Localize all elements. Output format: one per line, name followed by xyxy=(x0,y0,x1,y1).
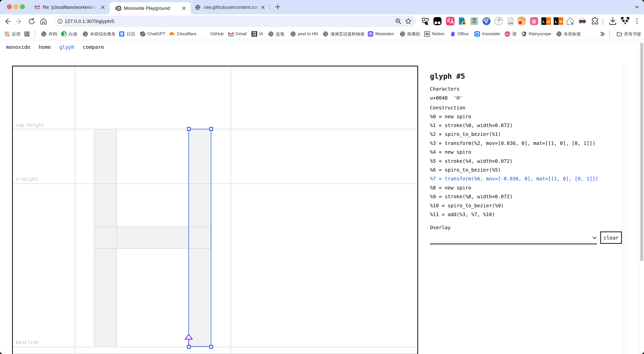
window-scrollbar-thumb[interactable] xyxy=(640,43,643,261)
ext-reader-icon[interactable] xyxy=(517,16,526,26)
bookmark-label: post to HN xyxy=(298,31,318,36)
bookmark-item[interactable]: 萌番组 xyxy=(399,28,420,40)
bookmark-star-icon[interactable] xyxy=(405,17,412,25)
ext-vimium-icon[interactable] xyxy=(482,16,491,26)
ext-lh2-icon[interactable]: LH xyxy=(554,16,563,26)
menu-kebab-icon[interactable] xyxy=(632,16,642,26)
forward-button[interactable] xyxy=(14,14,24,28)
ext-lh-icon[interactable]: LH xyxy=(541,16,551,26)
bookmark-label: GitHub xyxy=(210,31,224,36)
selection-handle-br[interactable] xyxy=(209,345,213,349)
ext-b-icon[interactable]: B xyxy=(529,16,539,26)
ext-translate-icon[interactable] xyxy=(446,16,455,26)
bookmark-label: ChatGPT xyxy=(147,31,165,36)
bookmark-item[interactable] xyxy=(24,28,30,40)
extensions-puzzle-icon[interactable] xyxy=(590,16,600,26)
mastodon-icon xyxy=(368,31,374,37)
overlay-clear-button[interactable]: clear xyxy=(600,231,622,244)
omnibox[interactable]: 127.0.0.1:3070/glyph/5 xyxy=(54,16,416,27)
bookmark-item[interactable]: Inoreader xyxy=(474,28,500,40)
glyph-canvas[interactable]: cap-height x-height baseline xyxy=(12,66,418,354)
ext-qr-icon[interactable] xyxy=(421,16,430,26)
home-button[interactable] xyxy=(39,14,48,28)
bookmark-item[interactable]: 白描 xyxy=(61,28,77,40)
ext-s-icon[interactable] xyxy=(469,16,479,26)
tab-raw-githubusercontent[interactable]: raw.githubusercontent.com/b xyxy=(193,0,268,14)
ext-mask-icon[interactable] xyxy=(578,16,587,26)
selection-handle-tl[interactable] xyxy=(187,127,191,131)
url-text[interactable]: 127.0.0.1:3070/glyph/5 xyxy=(65,16,114,27)
glyph-left-stem[interactable] xyxy=(94,129,117,347)
ext-home-badge-icon[interactable]: 0 xyxy=(566,16,575,26)
macos-close-button[interactable] xyxy=(7,4,12,9)
tab-close-icon[interactable] xyxy=(181,5,187,12)
ext-singlefile-icon[interactable] xyxy=(457,16,467,26)
bookmark-item[interactable]: 存档 xyxy=(41,28,57,40)
bookmarks-bar: 应用 存档 白描 本研综合教务 17日历 ChatGPT Cloudflare xyxy=(0,28,644,40)
osu-icon: osu! xyxy=(504,31,510,37)
macos-minimize-button[interactable] xyxy=(13,4,18,9)
grid-x-height-line xyxy=(13,183,417,184)
globe-icon xyxy=(82,31,88,37)
bookmark-item[interactable]: Office xyxy=(450,28,468,40)
construction-line: %6 = spiro_to_bezier(%5) xyxy=(430,166,501,174)
characters-value: u+0048 'H' xyxy=(430,94,462,102)
new-tab-button[interactable] xyxy=(273,3,282,11)
bookmark-item[interactable]: ChatGPT xyxy=(140,28,165,40)
tab-close-icon[interactable] xyxy=(100,4,106,11)
ext-two-dots-icon[interactable] xyxy=(433,16,442,26)
window-scrollbar-track[interactable] xyxy=(639,41,644,354)
bookmark-item[interactable]: Rainyscope xyxy=(521,28,551,40)
site-info-button[interactable] xyxy=(55,17,65,26)
bookmark-item[interactable]: GitHub xyxy=(203,28,224,40)
construction-line: %0 = new spiro xyxy=(430,112,471,121)
bookmark-item[interactable]: 杀死标签 xyxy=(556,28,581,40)
bookmark-item[interactable]: osu!谱 xyxy=(504,28,516,40)
nav-glyph[interactable]: glyph xyxy=(59,43,74,51)
construction-line: %1 = stroke(%0, width=0.072) xyxy=(430,121,513,130)
ext-document-icon[interactable] xyxy=(506,16,516,26)
tab-monoxide-playground[interactable]: M Monoxide Playground xyxy=(110,2,191,14)
bookmark-item[interactable]: 应用 xyxy=(4,28,20,40)
bookmark-item[interactable]: 17日历 xyxy=(119,28,135,40)
selection-handle-bl[interactable] xyxy=(187,345,191,349)
tab-close-icon[interactable] xyxy=(260,4,266,11)
zoom-level-icon[interactable] xyxy=(394,17,402,25)
notion-icon xyxy=(424,31,430,37)
all-bookmarks[interactable]: 所有书签 xyxy=(616,28,641,40)
bookmark-item[interactable]: 本研综合教务 xyxy=(82,28,116,40)
bookmark-item[interactable]: 100+Gmail xyxy=(228,28,247,40)
characters-heading: Characters xyxy=(430,85,459,93)
bookmark-label: 存档 xyxy=(49,31,57,37)
bookmark-item[interactable]: IA xyxy=(251,28,263,40)
bookmark-label: Rainyscope xyxy=(529,31,551,36)
bookmarks-overflow-chevron[interactable] xyxy=(598,30,607,38)
tab-title: Re: [cloudflare/workers-sdk] | xyxy=(43,5,97,10)
macos-zoom-button[interactable] xyxy=(20,4,25,9)
bookmark-item[interactable]: 选项 xyxy=(268,28,284,40)
selection-handle-tr[interactable] xyxy=(209,127,213,131)
profile-avatar[interactable] xyxy=(620,16,630,26)
globe-favicon xyxy=(195,4,201,10)
ext-palm-icon[interactable] xyxy=(494,16,503,26)
bookmark-item[interactable]: post to HN xyxy=(290,28,318,40)
bookmark-label: Gmail xyxy=(235,31,247,36)
bookmark-item[interactable]: 满洲言語資料検索 xyxy=(323,28,365,40)
overlay-select[interactable] xyxy=(430,230,597,244)
glyph-right-stem-selected[interactable] xyxy=(188,129,211,347)
tab-gmail-thread[interactable]: 100+ Re: [cloudflare/workers-sdk] | xyxy=(30,0,108,14)
nav-monoxide[interactable]: monoxide xyxy=(6,43,30,51)
bookmark-item[interactable]: Cloudflare xyxy=(169,28,196,40)
grid-cap-height-line xyxy=(13,129,417,129)
tab-search-chevron-icon[interactable] xyxy=(633,4,640,11)
gmail-favicon: 100+ xyxy=(34,4,40,10)
nav-home[interactable]: home xyxy=(39,43,51,51)
nav-compare[interactable]: compare xyxy=(83,43,104,51)
downloads-button[interactable] xyxy=(608,16,618,26)
reload-button[interactable] xyxy=(27,14,36,28)
cap-height-label: cap-height xyxy=(16,122,44,128)
back-button[interactable] xyxy=(3,14,12,28)
panel-scrollbar-track[interactable] xyxy=(622,66,627,354)
bookmark-item[interactable]: Notion xyxy=(424,28,444,40)
bookmark-item[interactable]: Mastodon xyxy=(368,28,394,40)
